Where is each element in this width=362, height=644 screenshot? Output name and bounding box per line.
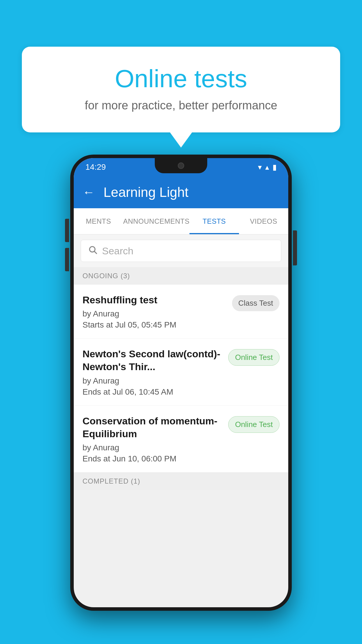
ongoing-section-header: ONGOING (3) — [74, 267, 288, 285]
test-badge-2: Online Test — [228, 349, 280, 366]
app-header: ← Learning Light — [74, 176, 288, 208]
test-date-1: Starts at Jul 05, 05:45 PM — [82, 320, 226, 330]
tabs-bar: MENTS ANNOUNCEMENTS TESTS VIDEOS — [74, 208, 288, 235]
test-badge-1: Class Test — [232, 295, 280, 311]
phone-mockup: 14:29 ▾ ▴ ▮ ← Learning Light MENTS ANNOU… — [70, 155, 292, 611]
test-item-newton[interactable]: Newton's Second law(contd)-Newton's Thir… — [74, 339, 288, 405]
test-info-2: Newton's Second law(contd)-Newton's Thir… — [82, 347, 222, 396]
bubble-title: Online tests — [45, 64, 317, 93]
volume-up-button[interactable] — [65, 219, 69, 242]
phone-frame: 14:29 ▾ ▴ ▮ ← Learning Light MENTS ANNOU… — [70, 155, 292, 611]
front-camera — [178, 162, 184, 169]
status-icons: ▾ ▴ ▮ — [258, 163, 277, 172]
test-list: Reshuffling test by Anurag Starts at Jul… — [74, 285, 288, 473]
test-badge-3: Online Test — [228, 416, 280, 433]
volume-down-button[interactable] — [65, 248, 69, 271]
test-name-1: Reshuffling test — [82, 293, 226, 306]
phone-notch — [155, 158, 207, 173]
search-placeholder: Search — [102, 245, 133, 257]
test-name-2: Newton's Second law(contd)-Newton's Thir… — [82, 347, 222, 373]
completed-label: COMPLETED (1) — [82, 477, 140, 485]
search-box[interactable]: Search — [81, 240, 281, 262]
wifi-icon: ▾ — [258, 163, 262, 172]
test-date-2: Ends at Jul 06, 10:45 AM — [82, 387, 222, 397]
app-title: Learning Light — [103, 184, 189, 200]
test-date-3: Ends at Jun 10, 06:00 PM — [82, 454, 222, 463]
test-item-reshuffling[interactable]: Reshuffling test by Anurag Starts at Jul… — [74, 285, 288, 339]
bubble-subtitle: for more practice, better performance — [45, 99, 317, 112]
test-item-conservation[interactable]: Conservation of momentum-Equilibrium by … — [74, 406, 288, 473]
power-button[interactable] — [293, 230, 297, 265]
test-author-3: by Anurag — [82, 443, 222, 452]
search-container: Search — [74, 235, 288, 267]
signal-icon: ▴ — [265, 163, 269, 172]
completed-section-header: COMPLETED (1) — [74, 473, 288, 490]
test-info-3: Conservation of momentum-Equilibrium by … — [82, 414, 222, 463]
ongoing-label: ONGOING (3) — [82, 272, 130, 280]
back-button[interactable]: ← — [82, 185, 95, 199]
status-time: 14:29 — [85, 162, 106, 172]
tab-tests[interactable]: TESTS — [189, 208, 239, 234]
tab-ments[interactable]: MENTS — [74, 208, 123, 234]
search-icon — [88, 245, 97, 257]
test-author-1: by Anurag — [82, 309, 226, 318]
test-author-2: by Anurag — [82, 376, 222, 386]
phone-screen: 14:29 ▾ ▴ ▮ ← Learning Light MENTS ANNOU… — [74, 158, 288, 607]
tab-announcements[interactable]: ANNOUNCEMENTS — [123, 208, 189, 234]
battery-icon: ▮ — [273, 163, 277, 172]
test-name-3: Conservation of momentum-Equilibrium — [82, 414, 222, 440]
svg-line-1 — [94, 251, 96, 253]
speech-bubble: Online tests for more practice, better p… — [22, 47, 340, 132]
tab-videos[interactable]: VIDEOS — [239, 208, 288, 234]
test-info-1: Reshuffling test by Anurag Starts at Jul… — [82, 293, 226, 330]
